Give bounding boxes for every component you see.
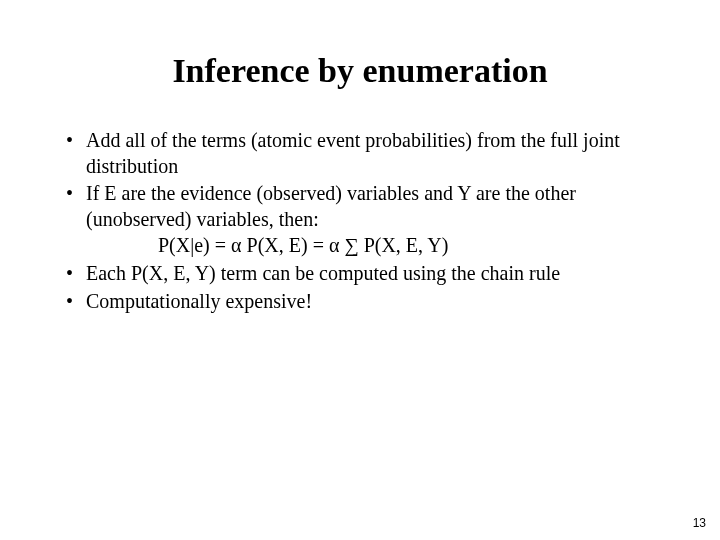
- slide: Inference by enumeration Add all of the …: [0, 0, 720, 540]
- slide-title: Inference by enumeration: [0, 0, 720, 100]
- bullet-item: Computationally expensive!: [64, 289, 656, 315]
- bullet-list: Add all of the terms (atomic event proba…: [64, 128, 656, 314]
- bullet-text: Add all of the terms (atomic event proba…: [86, 129, 620, 177]
- formula-text: P(X|e) = α P(X, E) = α ∑ P(X, E, Y): [86, 233, 656, 259]
- bullet-item: If E are the evidence (observed) variabl…: [64, 181, 656, 259]
- bullet-item: Each P(X, E, Y) term can be computed usi…: [64, 261, 656, 287]
- bullet-text: Computationally expensive!: [86, 290, 312, 312]
- slide-body: Add all of the terms (atomic event proba…: [0, 100, 720, 314]
- bullet-item: Add all of the terms (atomic event proba…: [64, 128, 656, 179]
- bullet-text: Each P(X, E, Y) term can be computed usi…: [86, 262, 560, 284]
- page-number: 13: [693, 516, 706, 530]
- bullet-text: If E are the evidence (observed) variabl…: [86, 182, 576, 230]
